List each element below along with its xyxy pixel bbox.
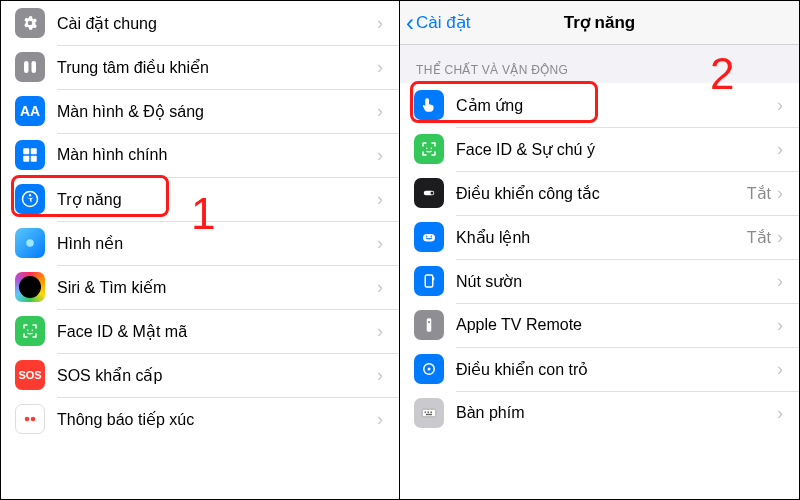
- svg-rect-4: [23, 156, 29, 162]
- chevron-left-icon: ‹: [406, 11, 414, 35]
- row-label: Thông báo tiếp xúc: [57, 410, 377, 429]
- chevron-right-icon: ›: [777, 139, 783, 160]
- chevron-right-icon: ›: [777, 271, 783, 292]
- svg-point-11: [25, 417, 30, 422]
- row-label: Siri & Tìm kiếm: [57, 278, 377, 297]
- row-keyboards[interactable]: Bàn phím ›: [400, 391, 799, 435]
- row-label: Cài đặt chung: [57, 14, 377, 33]
- chevron-right-icon: ›: [377, 101, 383, 122]
- row-label: Khẩu lệnh: [456, 228, 747, 247]
- chevron-right-icon: ›: [777, 359, 783, 380]
- row-label: Điều khiển con trỏ: [456, 360, 777, 379]
- side-button-icon: [414, 266, 444, 296]
- chevron-right-icon: ›: [377, 321, 383, 342]
- row-label: Điều khiển công tắc: [456, 184, 747, 203]
- svg-rect-21: [433, 277, 435, 280]
- svg-point-19: [431, 236, 433, 238]
- pointer-icon: [414, 354, 444, 384]
- row-label: Bàn phím: [456, 404, 777, 422]
- svg-point-13: [426, 148, 428, 150]
- row-general[interactable]: Cài đặt chung ›: [1, 1, 399, 45]
- svg-point-25: [428, 368, 431, 371]
- switch-icon: [414, 178, 444, 208]
- row-siri-search[interactable]: Siri & Tìm kiếm ›: [1, 265, 399, 309]
- svg-rect-22: [427, 318, 432, 332]
- faceid-icon: [414, 134, 444, 164]
- svg-point-16: [431, 192, 434, 195]
- svg-point-8: [26, 239, 34, 247]
- faceid-icon: [15, 316, 45, 346]
- chevron-right-icon: ›: [777, 315, 783, 336]
- chevron-right-icon: ›: [377, 13, 383, 34]
- row-label: Trợ năng: [57, 190, 377, 209]
- row-control-center[interactable]: Trung tâm điều khiển ›: [1, 45, 399, 89]
- chevron-right-icon: ›: [377, 233, 383, 254]
- chevron-right-icon: ›: [377, 365, 383, 386]
- row-label: Trung tâm điều khiển: [57, 58, 377, 77]
- row-wallpaper[interactable]: Hình nền ›: [1, 221, 399, 265]
- row-emergency-sos[interactable]: SOS SOS khẩn cấp ›: [1, 353, 399, 397]
- row-label: SOS khẩn cấp: [57, 366, 377, 385]
- sos-icon: SOS: [15, 360, 45, 390]
- svg-rect-28: [428, 412, 430, 414]
- back-label: Cài đặt: [416, 12, 470, 33]
- chevron-right-icon: ›: [377, 57, 383, 78]
- row-value: Tắt: [747, 228, 771, 247]
- row-label: Nút sườn: [456, 272, 777, 291]
- row-voice-control[interactable]: Khẩu lệnh Tắt ›: [400, 215, 799, 259]
- svg-rect-2: [23, 148, 29, 154]
- chevron-right-icon: ›: [777, 183, 783, 204]
- accessibility-icon: [15, 184, 45, 214]
- svg-point-18: [426, 236, 428, 238]
- chevron-right-icon: ›: [377, 145, 383, 166]
- chevron-right-icon: ›: [777, 227, 783, 248]
- svg-rect-29: [431, 412, 433, 414]
- row-accessibility[interactable]: Trợ năng ›: [1, 177, 399, 221]
- row-label: Apple TV Remote: [456, 316, 777, 334]
- svg-point-7: [29, 194, 31, 196]
- row-label: Face ID & Mật mã: [57, 322, 377, 341]
- accessibility-list: Cảm ứng › Face ID & Sự chú ý › Điều khiể…: [400, 83, 799, 435]
- row-display-brightness[interactable]: AA Màn hình & Độ sáng ›: [1, 89, 399, 133]
- svg-point-9: [27, 330, 29, 332]
- row-value: Tắt: [747, 184, 771, 203]
- chevron-right-icon: ›: [377, 409, 383, 430]
- svg-rect-30: [426, 414, 432, 416]
- row-side-button[interactable]: Nút sườn ›: [400, 259, 799, 303]
- chevron-right-icon: ›: [377, 277, 383, 298]
- row-pointer-control[interactable]: Điều khiển con trỏ ›: [400, 347, 799, 391]
- back-button[interactable]: ‹ Cài đặt: [406, 11, 470, 35]
- grid-icon: [15, 140, 45, 170]
- exposure-icon: [15, 404, 45, 434]
- row-faceid-attention[interactable]: Face ID & Sự chú ý ›: [400, 127, 799, 171]
- row-exposure-notifications[interactable]: Thông báo tiếp xúc ›: [1, 397, 399, 441]
- row-label: Hình nền: [57, 234, 377, 253]
- touch-icon: [414, 90, 444, 120]
- row-apple-tv-remote[interactable]: Apple TV Remote ›: [400, 303, 799, 347]
- nav-header: ‹ Cài đặt Trợ năng: [400, 1, 799, 45]
- row-touch[interactable]: Cảm ứng ›: [400, 83, 799, 127]
- row-label: Màn hình & Độ sáng: [57, 102, 377, 121]
- svg-rect-0: [24, 61, 29, 73]
- chevron-right-icon: ›: [777, 403, 783, 424]
- svg-point-12: [31, 417, 36, 422]
- row-label: Cảm ứng: [456, 96, 777, 115]
- svg-rect-27: [425, 412, 427, 414]
- siri-icon: [15, 272, 45, 302]
- text-size-icon: AA: [15, 96, 45, 126]
- voice-icon: [414, 222, 444, 252]
- svg-point-10: [32, 330, 34, 332]
- row-home-screen[interactable]: Màn hình chính ›: [1, 133, 399, 177]
- row-label: Màn hình chính: [57, 146, 377, 164]
- row-faceid-passcode[interactable]: Face ID & Mật mã ›: [1, 309, 399, 353]
- svg-point-23: [428, 321, 430, 323]
- settings-list: Cài đặt chung › Trung tâm điều khiển › A…: [1, 1, 399, 441]
- chevron-right-icon: ›: [377, 189, 383, 210]
- svg-rect-1: [32, 61, 37, 73]
- chevron-right-icon: ›: [777, 95, 783, 116]
- section-physical-motor: THỂ CHẤT VÀ VẬN ĐỘNG: [400, 45, 799, 83]
- wallpaper-icon: [15, 228, 45, 258]
- svg-point-14: [431, 148, 433, 150]
- settings-root-pane: Cài đặt chung › Trung tâm điều khiển › A…: [1, 1, 400, 500]
- row-switch-control[interactable]: Điều khiển công tắc Tắt ›: [400, 171, 799, 215]
